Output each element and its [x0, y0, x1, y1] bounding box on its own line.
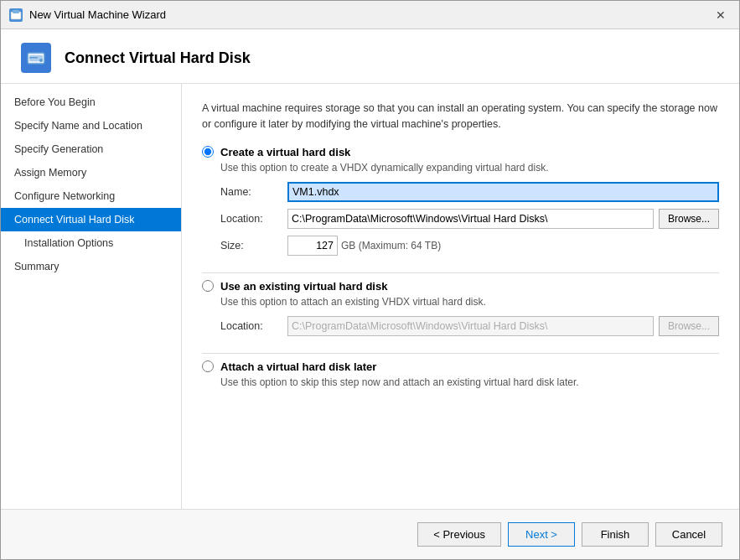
location-input[interactable]: [287, 209, 654, 229]
previous-button[interactable]: < Previous: [417, 522, 501, 547]
sidebar-item-configure-networking[interactable]: Configure Networking: [1, 184, 181, 208]
option-attach-later: Attach a virtual hard disk later Use thi…: [202, 360, 719, 388]
option3-label: Attach a virtual hard disk later: [220, 360, 376, 373]
window-icon: [9, 8, 23, 22]
size-row: Size: GB (Maximum: 64 TB): [220, 236, 719, 256]
content-area: Before You Begin Specify Name and Locati…: [1, 84, 739, 509]
browse-button-2[interactable]: Browse...: [659, 316, 719, 336]
sidebar-item-specify-generation[interactable]: Specify Generation: [1, 137, 181, 161]
option-create-vhd: Create a virtual hard disk Use this opti…: [202, 146, 719, 256]
intro-text: A virtual machine requires storage so th…: [202, 101, 719, 132]
size-controls: GB (Maximum: 64 TB): [287, 236, 441, 256]
option2-radio-label[interactable]: Use an existing virtual hard disk: [202, 280, 719, 293]
next-button[interactable]: Next >: [508, 522, 575, 547]
svg-point-4: [39, 59, 43, 62]
size-unit: GB (Maximum: 64 TB): [341, 240, 441, 251]
size-label: Size:: [220, 240, 287, 251]
main-content: A virtual machine requires storage so th…: [182, 84, 739, 509]
browse-button-1[interactable]: Browse...: [659, 209, 719, 229]
cancel-button[interactable]: Cancel: [655, 522, 722, 547]
sidebar-item-summary[interactable]: Summary: [1, 255, 181, 278]
name-input[interactable]: [287, 182, 719, 202]
hard-disk-icon: [21, 43, 51, 73]
sidebar-item-connect-virtual-hard-disk[interactable]: Connect Virtual Hard Disk: [1, 208, 181, 231]
option2-label: Use an existing virtual hard disk: [220, 280, 387, 293]
finish-button[interactable]: Finish: [582, 522, 649, 547]
option1-form: Name: Location: Browse... Size: GB (Maxi…: [220, 182, 719, 256]
wizard-window: New Virtual Machine Wizard ✕ Connect Vir…: [0, 0, 740, 560]
title-bar: New Virtual Machine Wizard ✕: [1, 1, 739, 29]
svg-rect-5: [29, 57, 38, 59]
sidebar-item-before-you-begin[interactable]: Before You Begin: [1, 91, 181, 114]
size-input[interactable]: [287, 236, 338, 256]
option2-radio[interactable]: [202, 280, 214, 292]
existing-location-input[interactable]: [287, 316, 654, 336]
option1-label: Create a virtual hard disk: [220, 146, 350, 158]
sidebar-item-specify-name-location[interactable]: Specify Name and Location: [1, 114, 181, 137]
title-bar-left: New Virtual Machine Wizard: [9, 8, 166, 22]
option-existing-vhd: Use an existing virtual hard disk Use th…: [202, 280, 719, 336]
window-title: New Virtual Machine Wizard: [29, 8, 166, 21]
close-button[interactable]: ✕: [711, 7, 731, 23]
option3-radio[interactable]: [202, 360, 214, 372]
name-label: Name:: [220, 186, 287, 198]
option1-radio-label[interactable]: Create a virtual hard disk: [202, 146, 719, 158]
sidebar-item-installation-options[interactable]: Installation Options: [1, 231, 181, 255]
option3-radio-label[interactable]: Attach a virtual hard disk later: [202, 360, 719, 373]
sidebar-item-assign-memory[interactable]: Assign Memory: [1, 161, 181, 184]
svg-rect-1: [13, 10, 19, 13]
location-label: Location:: [220, 213, 287, 225]
option1-description: Use this option to create a VHDX dynamic…: [220, 162, 719, 174]
option1-radio[interactable]: [202, 146, 214, 158]
option2-form: Location: Browse...: [220, 316, 719, 336]
existing-location-row: Location: Browse...: [220, 316, 719, 336]
existing-location-label: Location:: [220, 320, 287, 332]
page-header: Connect Virtual Hard Disk: [1, 29, 739, 84]
footer: < Previous Next > Finish Cancel: [1, 509, 739, 559]
option2-description: Use this option to attach an existing VH…: [220, 296, 719, 308]
option3-description: Use this option to skip this step now an…: [220, 376, 719, 388]
location-row: Location: Browse...: [220, 209, 719, 229]
sidebar: Before You Begin Specify Name and Locati…: [1, 84, 182, 509]
page-title: Connect Virtual Hard Disk: [65, 49, 251, 67]
name-row: Name:: [220, 182, 719, 202]
